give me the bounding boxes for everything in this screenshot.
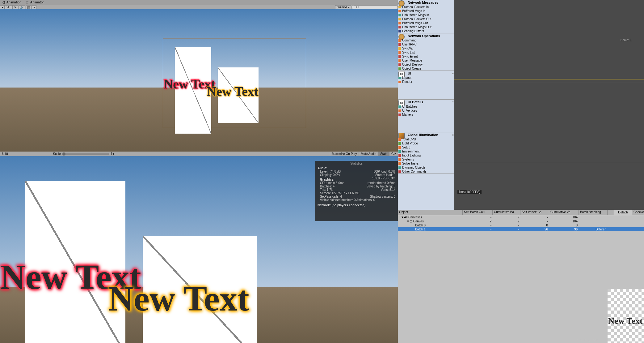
- net-msg-item[interactable]: Protocol Packets In: [398, 5, 454, 9]
- fps-label: 1ms (1000FPS): [457, 190, 482, 194]
- profiler-network-operations[interactable]: × Network Operations Command ClientRPC S…: [398, 33, 454, 71]
- stats-toggle[interactable]: Stats: [378, 152, 389, 156]
- gi-item[interactable]: Input Lighting: [398, 153, 454, 157]
- net-ops-item[interactable]: Object Destroy: [398, 62, 454, 66]
- gi-item[interactable]: Dynamic Objects: [398, 165, 454, 169]
- net-msg-item[interactable]: Unbuffered Msgs In: [398, 13, 454, 17]
- col-self-vertex[interactable]: Self Vertex Co: [520, 210, 549, 215]
- options-icon[interactable]: ≡: [452, 133, 454, 137]
- ui-profiler-table: Object Self Batch Cou Cumulative Ba Self…: [398, 210, 644, 343]
- profiler-global-illumination[interactable]: × Global Illumination≡ Total CPU Light P…: [398, 132, 454, 174]
- statistics-overlay: Statistics Audio: Level: -74.8 dBDSP loa…: [315, 161, 398, 221]
- stats-tris: Tris: 1.7k: [320, 188, 333, 191]
- gi-item[interactable]: Environment: [398, 149, 454, 153]
- ui-details-item[interactable]: Markers: [398, 113, 454, 117]
- gizmos-game[interactable]: Giz: [389, 152, 398, 156]
- options-icon[interactable]: ≡: [452, 101, 454, 104]
- scene-search[interactable]: [351, 5, 398, 9]
- stats-render: render thread 0.6ms: [368, 181, 395, 185]
- ui-item[interactable]: Layout: [398, 76, 454, 80]
- profiler-ui-details[interactable]: × UIUI Details≡ UI Batches UI Vertices M…: [398, 100, 454, 132]
- net-ops-item[interactable]: User Message: [398, 58, 454, 62]
- col-checker[interactable]: Checke: [632, 210, 644, 215]
- network-ops-title: Network Operations: [408, 34, 440, 38]
- profiler-ui[interactable]: × UIUI≡ Layout Render: [398, 71, 454, 100]
- net-ops-item[interactable]: SyncVar: [398, 46, 454, 50]
- scale-value: 1x: [111, 152, 114, 156]
- gi-item[interactable]: Total CPU: [398, 137, 454, 141]
- maximize-on-play[interactable]: Maximize On Play: [330, 152, 359, 156]
- col-self-batch[interactable]: Self Batch Cou: [463, 210, 493, 215]
- ui-details-item[interactable]: UI Vertices: [398, 109, 454, 113]
- dropdown-shading[interactable]: ▾: [0, 5, 5, 9]
- watermark: https://blog.csdn: [575, 338, 598, 342]
- profiler-network-messages[interactable]: Network Messages Protocol Packets In Buf…: [398, 0, 454, 33]
- stats-shadow: Shadow casters: 0: [370, 195, 395, 198]
- gi-item[interactable]: Light Probe: [398, 141, 454, 145]
- net-ops-item[interactable]: Object Create: [398, 66, 454, 71]
- ui-item[interactable]: Render: [398, 80, 454, 84]
- gi-title: Global Illumination: [408, 133, 438, 137]
- graph-line: [454, 79, 644, 79]
- table-body: ▼All Canvases-2-104▼▢ Canvas22-104Batch …: [398, 215, 644, 231]
- mute-audio[interactable]: Mute Audio: [359, 152, 378, 156]
- net-ops-item[interactable]: Sync List: [398, 50, 454, 54]
- game-toolbar: 6:10 Scale 1x Maximize On Play Mute Audi…: [0, 152, 398, 156]
- toggle-audio[interactable]: 🔊: [19, 5, 25, 9]
- options-icon[interactable]: ≡: [452, 72, 454, 75]
- table-row[interactable]: ▼All Canvases-2-104: [398, 215, 644, 219]
- stats-fps: 159.8 FPS (6.3m: [372, 177, 395, 181]
- net-msg-item[interactable]: Unbuffered Msgs Out: [398, 25, 454, 29]
- dropdown-fx[interactable]: ▾: [32, 5, 36, 9]
- net-msg-item[interactable]: Buffered Msgs Out: [398, 21, 454, 25]
- slider-track[interactable]: [62, 153, 109, 155]
- stats-stream: Stream load: 0: [375, 173, 395, 177]
- col-cumulative-batch[interactable]: Cumulative Ba: [493, 210, 520, 215]
- graph-scale: Scale: 1: [621, 38, 632, 42]
- tab-animator[interactable]: ⬚ Animator: [24, 0, 46, 5]
- tab-animation[interactable]: ◔ Animation: [0, 0, 24, 5]
- toggle-2d[interactable]: 2D: [5, 5, 12, 9]
- col-batch-breaking[interactable]: Batch Breaking: [579, 210, 608, 215]
- profiler-graph[interactable]: Scale: 1 1ms (1000FPS): [454, 0, 644, 210]
- ui-title: UI: [408, 71, 411, 75]
- stats-audio-label: Audio:: [318, 166, 395, 170]
- stats-dsp: DSP load: 0.3%: [374, 170, 395, 173]
- graph-section-ui: [454, 82, 644, 162]
- net-ops-item[interactable]: Command: [398, 38, 454, 42]
- net-msg-item[interactable]: Buffered Msgs In: [398, 9, 454, 13]
- net-msg-item[interactable]: Protocol Packets Out: [398, 17, 454, 21]
- scene-view[interactable]: New Text New Text: [0, 9, 398, 152]
- stats-clipping: Clipping: 0.0%: [320, 173, 340, 177]
- detach-button[interactable]: Detach: [614, 210, 632, 215]
- toggle-lighting[interactable]: ☀: [12, 5, 18, 9]
- gi-item[interactable]: Systems: [398, 157, 454, 161]
- stats-screen: Screen: 1275x797 - 11.6 MB: [318, 191, 395, 195]
- stats-network: Network: (no players connected): [318, 204, 395, 207]
- ui-details-item[interactable]: UI Batches: [398, 105, 454, 109]
- col-object[interactable]: Object: [398, 210, 463, 215]
- aspect-ratio[interactable]: 6:10: [0, 152, 10, 156]
- gi-item[interactable]: Solve Tasks: [398, 161, 454, 165]
- table-row[interactable]: Batch 0--88: [398, 223, 644, 227]
- col-cumulative-vertex[interactable]: Cumulative Ve: [549, 210, 579, 215]
- table-row[interactable]: ▼▢ Canvas22-104: [398, 219, 644, 223]
- ui-details-title: UI Details: [408, 100, 423, 104]
- gizmos-dropdown[interactable]: Gizmos ▾: [335, 5, 351, 9]
- scale-label: Scale: [53, 152, 61, 156]
- net-msg-item[interactable]: Pending Buffers: [398, 29, 454, 33]
- network-messages-title: Network Messages: [408, 1, 438, 4]
- stats-batches: Batches: 4: [320, 185, 335, 188]
- net-ops-item[interactable]: Sync Event: [398, 54, 454, 58]
- net-ops-item[interactable]: ClientRPC: [398, 42, 454, 46]
- scale-slider[interactable]: Scale 1x: [53, 152, 114, 156]
- scene-toolbar: ▾ 2D ☀ 🔊 ▤ ▾ Gizmos ▾: [0, 5, 398, 9]
- slider-thumb[interactable]: [62, 152, 65, 156]
- stats-level: Level: -74.8 dB: [320, 170, 341, 173]
- gi-item[interactable]: Setup: [398, 145, 454, 149]
- table-row[interactable]: Batch 1--9696Differen: [398, 227, 644, 231]
- gi-item[interactable]: Other Commands: [398, 169, 454, 174]
- stats-cpu: CPU: main 6.0ms: [320, 181, 344, 185]
- scene-text-yellow[interactable]: New Text: [207, 84, 259, 99]
- toggle-fx[interactable]: ▤: [26, 5, 32, 9]
